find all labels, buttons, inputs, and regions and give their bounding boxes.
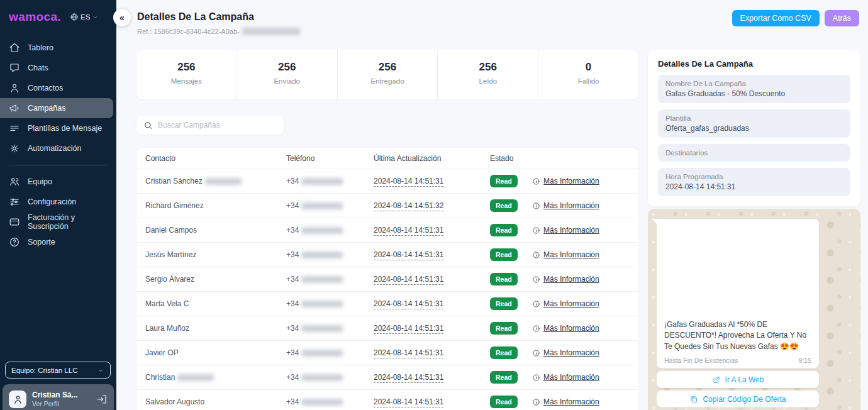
user-profile-card[interactable]: Cristian Sá... Ver Perfil bbox=[3, 384, 114, 410]
export-csv-button[interactable]: Exportar Como CSV bbox=[732, 10, 820, 26]
field-label: Plantilla bbox=[665, 114, 843, 122]
timestamp-link[interactable]: 2024-08-14 14:51:31 bbox=[374, 275, 443, 285]
redacted-text bbox=[301, 325, 343, 332]
table-row: Laura Muñoz +34 2024-08-14 14:51:31 Read… bbox=[136, 316, 638, 340]
sidebar-item-chats[interactable]: Chats bbox=[0, 58, 116, 78]
timestamp-link[interactable]: 2024-08-14 14:51:31 bbox=[374, 397, 443, 407]
avatar bbox=[9, 391, 26, 408]
timestamp-link[interactable]: 2024-08-14 14:51:32 bbox=[374, 201, 443, 211]
more-info-link[interactable]: Más Información bbox=[543, 373, 599, 382]
column-estado: Estado bbox=[490, 154, 532, 163]
sidebar-collapse-button[interactable]: « bbox=[113, 9, 131, 26]
more-info-link[interactable]: Más Información bbox=[543, 397, 599, 406]
sidebar: wamoca. ES Tablero Chats Contactos Campa… bbox=[0, 0, 116, 410]
timestamp-link[interactable]: 2024-08-14 14:51:31 bbox=[374, 250, 443, 260]
sidebar-nav: Tablero Chats Contactos Campañas Plantil… bbox=[0, 38, 116, 252]
table-row: Richard Giménez +34 2024-08-14 14:51:32 … bbox=[136, 193, 638, 218]
contact-icon bbox=[9, 82, 20, 94]
contact-phone: +34 bbox=[286, 226, 299, 235]
back-button[interactable]: Atrás bbox=[825, 10, 859, 26]
external-link-icon bbox=[712, 375, 721, 384]
reference-text: Ref.: 1586c39c-8340-4c22-A0ab- bbox=[137, 28, 240, 35]
sidebar-item-automatizacion[interactable]: Automatización bbox=[0, 138, 116, 158]
info-icon bbox=[532, 300, 540, 308]
whatsapp-preview: ¡Gafas Graduadas Al *50% DE DESCUENTO*! … bbox=[648, 209, 860, 410]
more-info-link[interactable]: Más Información bbox=[543, 250, 599, 259]
contact-phone: +34 bbox=[286, 397, 299, 406]
more-info-link[interactable]: Más Información bbox=[543, 226, 599, 235]
info-icon bbox=[532, 349, 540, 357]
message-time: 9:15 bbox=[799, 357, 811, 364]
table-row: Christian +34 2024-08-14 14:51:31 Read M… bbox=[136, 365, 638, 389]
sidebar-item-label: Automatización bbox=[28, 144, 81, 153]
field-label: Nombre De La Campaña bbox=[665, 80, 843, 87]
team-select[interactable]: Equipo: Cristian LLC bbox=[5, 362, 111, 379]
info-icon bbox=[532, 275, 540, 284]
sidebar-item-label: Plantillas de Mensaje bbox=[28, 124, 102, 133]
timestamp-link[interactable]: 2024-08-14 14:51:31 bbox=[374, 177, 443, 187]
field-value: Oferta_gafas_graduadas bbox=[665, 124, 843, 133]
panel-title: Detalles De La Campaña bbox=[658, 59, 850, 69]
sidebar-item-configuracion[interactable]: Configuración bbox=[0, 192, 116, 212]
timestamp-link[interactable]: 2024-08-14 14:51:31 bbox=[374, 299, 443, 309]
copy-offer-code-button[interactable]: Copiar Código De Oferta bbox=[657, 391, 819, 407]
info-icon bbox=[532, 324, 540, 333]
sidebar-item-label: Tablero bbox=[28, 43, 53, 52]
contact-name: Christian bbox=[145, 373, 175, 382]
logout-icon[interactable] bbox=[96, 394, 108, 405]
redacted-text bbox=[301, 374, 343, 381]
more-info-link[interactable]: Más Información bbox=[543, 177, 599, 186]
table-row: Javier OP +34 2024-08-14 14:51:31 Read M… bbox=[136, 340, 638, 365]
sidebar-item-label: Chats bbox=[28, 64, 48, 72]
sidebar-item-label: Contactos bbox=[28, 84, 63, 92]
globe-icon bbox=[70, 13, 79, 21]
user-name: Cristian Sá... bbox=[32, 391, 78, 400]
status-badge: Read bbox=[490, 371, 518, 384]
field-label: Hora Programada bbox=[665, 173, 843, 180]
sidebar-item-tablero[interactable]: Tablero bbox=[0, 38, 116, 58]
column-contacto: Contacto bbox=[145, 154, 286, 163]
redacted-text bbox=[301, 399, 343, 406]
language-code: ES bbox=[81, 13, 90, 21]
more-info-link[interactable]: Más Información bbox=[543, 299, 599, 308]
field-destinatarios: Destinatarios bbox=[658, 144, 850, 162]
help-circle-icon bbox=[9, 236, 20, 248]
more-info-link[interactable]: Más Información bbox=[543, 201, 599, 210]
go-to-web-button[interactable]: Ir A La Web bbox=[657, 371, 819, 388]
more-info-link[interactable]: Más Información bbox=[543, 275, 599, 284]
sidebar-item-soporte[interactable]: Soporte bbox=[0, 232, 116, 252]
timestamp-link[interactable]: 2024-08-14 14:51:31 bbox=[374, 373, 443, 383]
more-info-link[interactable]: Más Información bbox=[543, 348, 599, 357]
copy-icon bbox=[689, 395, 698, 404]
timestamp-link[interactable]: 2024-08-14 14:51:31 bbox=[374, 348, 443, 358]
sidebar-item-campanas[interactable]: Campañas bbox=[0, 98, 113, 118]
sidebar-item-equipo[interactable]: Equipo bbox=[0, 172, 116, 192]
table-row: Salvador Augusto +34 2024-08-14 14:51:31… bbox=[136, 389, 638, 410]
sidebar-item-contactos[interactable]: Contactos bbox=[0, 78, 116, 98]
gear-icon bbox=[9, 143, 20, 154]
sliders-icon bbox=[9, 196, 20, 208]
info-icon bbox=[532, 177, 540, 186]
sidebar-item-plantillas[interactable]: Plantillas de Mensaje bbox=[0, 118, 116, 138]
redacted-text bbox=[301, 350, 343, 357]
home-icon bbox=[9, 42, 20, 53]
stat-label: Leído bbox=[438, 77, 538, 85]
table-row: Jesús Martínez +34 2024-08-14 14:51:31 R… bbox=[136, 242, 638, 267]
more-info-link[interactable]: Más Información bbox=[543, 324, 599, 333]
stat-value: 256 bbox=[237, 61, 337, 74]
timestamp-link[interactable]: 2024-08-14 14:51:31 bbox=[374, 324, 443, 334]
stat-value: 0 bbox=[538, 61, 638, 74]
sidebar-item-label: Soporte bbox=[28, 238, 55, 247]
person-icon bbox=[13, 394, 23, 405]
view-profile-link[interactable]: Ver Perfil bbox=[32, 400, 78, 408]
sidebar-item-facturacion[interactable]: Facturación y Suscripción bbox=[0, 212, 116, 232]
contacts-table: Contacto Teléfono Última Actualización E… bbox=[136, 148, 638, 410]
language-selector[interactable]: ES bbox=[70, 13, 99, 21]
field-value: 2024-08-14 14:51:31 bbox=[665, 182, 843, 191]
info-icon bbox=[532, 251, 540, 259]
contact-phone: +34 bbox=[286, 201, 299, 210]
contact-name: Marta Vela C bbox=[145, 299, 189, 308]
timestamp-link[interactable]: 2024-08-14 14:51:31 bbox=[374, 226, 443, 236]
search-input[interactable] bbox=[158, 121, 277, 130]
brand-logo: wamoca. bbox=[9, 10, 61, 24]
